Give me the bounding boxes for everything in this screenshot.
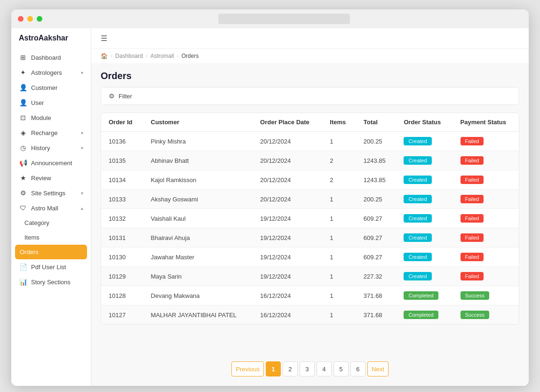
table-row[interactable]: 10132 Vaishali Kaul 19/12/2024 1 609.27 … (101, 209, 519, 228)
sidebar-item-label: Site Settings (31, 190, 77, 197)
sidebar-item-user[interactable]: 👤 User (11, 95, 91, 110)
menu-toggle-button[interactable]: ☰ (101, 34, 107, 43)
table-row[interactable]: 10129 Maya Sarin 19/12/2024 1 227.32 Cre… (101, 267, 519, 286)
cell-date: 20/12/2024 (253, 190, 322, 209)
sidebar-item-label: User (31, 99, 83, 106)
customer-icon: 👤 (19, 84, 27, 91)
table-row[interactable]: 10128 Devang Makwana 16/12/2024 1 371.68… (101, 286, 519, 305)
payment-status-badge: Failed (461, 214, 484, 223)
sidebar-item-history[interactable]: ◷ History ▾ (11, 140, 91, 155)
sidebar-item-announcement[interactable]: 📢 Announcement (11, 155, 91, 170)
cell-order-id: 10134 (101, 170, 143, 190)
sidebar-item-astrologers[interactable]: ✦ Astrologers ▾ (11, 65, 91, 80)
cell-items: 1 (322, 286, 356, 305)
cell-order-id: 10130 (101, 248, 143, 267)
sidebar-item-review[interactable]: ★ Review (11, 170, 91, 185)
sidebar-item-category[interactable]: Category (11, 216, 91, 230)
breadcrumb-dashboard[interactable]: Dashboard (115, 53, 143, 59)
cell-payment-status: Failed (453, 151, 519, 170)
previous-button[interactable]: Previous (231, 361, 264, 376)
order-status-badge: Completed (404, 311, 438, 319)
cell-order-status: Created (396, 151, 453, 170)
payment-status-badge: Failed (461, 137, 484, 145)
minimize-button[interactable] (27, 16, 33, 22)
page-button-4[interactable]: 4 (317, 361, 332, 376)
col-order-status: Order Status (396, 113, 453, 132)
astro-mall-icon: 🛡 (19, 204, 27, 212)
table-row[interactable]: 10131 Bhairavi Ahuja 19/12/2024 1 609.27… (101, 228, 519, 248)
main-content: ☰ 🏠 › Dashboard › Astromall › Orders Ord… (91, 28, 529, 386)
table-row[interactable]: 10133 Akshay Goswami 20/12/2024 1 200.25… (101, 190, 519, 209)
module-icon: ⊡ (19, 114, 27, 121)
order-status-badge: Created (404, 137, 431, 145)
sidebar-item-pdf-user-list[interactable]: 📄 Pdf User List (11, 259, 91, 274)
cell-order-status: Created (396, 190, 453, 209)
cell-payment-status: Success (453, 305, 519, 325)
cell-items: 1 (322, 190, 356, 209)
sidebar-item-module[interactable]: ⊡ Module (11, 110, 91, 125)
maximize-button[interactable] (37, 16, 42, 22)
next-button[interactable]: Next (367, 361, 389, 376)
sidebar-item-recharge[interactable]: ◈ Recharge ▾ (11, 125, 91, 140)
cell-order-id: 10136 (101, 132, 143, 151)
home-icon[interactable]: 🏠 (101, 53, 108, 59)
table-row[interactable]: 10136 Pinky Mishra 20/12/2024 1 200.25 C… (101, 132, 519, 151)
page-button-6[interactable]: 6 (350, 361, 365, 376)
cell-order-status: Created (396, 170, 453, 190)
cell-total: 609.27 (356, 209, 397, 228)
announcement-icon: 📢 (19, 159, 27, 167)
col-customer: Customer (143, 113, 253, 132)
sidebar-item-dashboard[interactable]: ⊞ Dashboard (11, 50, 91, 65)
sidebar-item-customer[interactable]: 👤 Customer (11, 80, 91, 95)
cell-total: 227.32 (356, 267, 397, 286)
astrologers-icon: ✦ (19, 69, 27, 76)
cell-customer: Abhinav Bhatt (143, 151, 253, 170)
cell-customer: Jawahar Master (143, 248, 253, 267)
history-icon: ◷ (19, 144, 27, 152)
cell-items: 1 (322, 228, 356, 248)
breadcrumb-separator: › (177, 53, 179, 59)
breadcrumb-current: Orders (182, 53, 199, 59)
filter-bar[interactable]: ⚙ Filter (101, 87, 519, 105)
page-button-1[interactable]: 1 (266, 361, 281, 376)
table-row[interactable]: 10135 Abhinav Bhatt 20/12/2024 2 1243.85… (101, 151, 519, 170)
cell-order-id: 10133 (101, 190, 143, 209)
page-button-5[interactable]: 5 (334, 361, 349, 376)
sidebar-item-label: Items (24, 234, 83, 241)
address-bar[interactable] (218, 14, 350, 24)
page-button-2[interactable]: 2 (283, 361, 298, 376)
cell-order-status: Created (396, 267, 453, 286)
sidebar-item-astro-mall[interactable]: 🛡 Astro Mall ▴ (11, 200, 91, 216)
payment-status-badge: Failed (461, 253, 484, 261)
order-status-badge: Created (404, 156, 431, 165)
close-button[interactable] (18, 16, 24, 22)
cell-customer: Vaishali Kaul (143, 209, 253, 228)
payment-status-badge: Failed (461, 176, 484, 184)
user-icon: 👤 (19, 99, 27, 106)
filter-label: Filter (119, 93, 132, 100)
page-button-3[interactable]: 3 (300, 361, 315, 376)
sidebar-item-site-settings[interactable]: ⚙ Site Settings ▾ (11, 185, 91, 200)
cell-order-id: 10132 (101, 209, 143, 228)
table-row[interactable]: 10127 MALHAR JAYANTIBHAI PATEL 16/12/202… (101, 305, 519, 325)
cell-payment-status: Failed (453, 170, 519, 190)
sidebar-item-items[interactable]: Items (11, 230, 91, 245)
sidebar-item-orders[interactable]: Orders (15, 245, 87, 259)
cell-order-id: 10128 (101, 286, 143, 305)
order-status-badge: Created (404, 195, 431, 203)
table-row[interactable]: 10130 Jawahar Master 19/12/2024 1 609.27… (101, 248, 519, 267)
sidebar-item-story-sections[interactable]: 📊 Story Sections (11, 274, 91, 289)
filter-icon: ⚙ (109, 92, 115, 100)
payment-status-badge: Failed (461, 233, 484, 242)
cell-order-status: Created (396, 228, 453, 248)
cell-order-status: Created (396, 132, 453, 151)
order-status-badge: Created (404, 272, 431, 280)
page-title: Orders (101, 63, 519, 87)
table-row[interactable]: 10134 Kajol Ramkisson 20/12/2024 2 1243.… (101, 170, 519, 190)
cell-date: 20/12/2024 (253, 151, 322, 170)
breadcrumb-astromall[interactable]: Astromall (151, 53, 174, 59)
sidebar-item-label: Orders (20, 248, 82, 256)
sidebar-item-label: Astrologers (31, 69, 77, 76)
cell-customer: Bhairavi Ahuja (143, 228, 253, 248)
cell-date: 19/12/2024 (253, 248, 322, 267)
